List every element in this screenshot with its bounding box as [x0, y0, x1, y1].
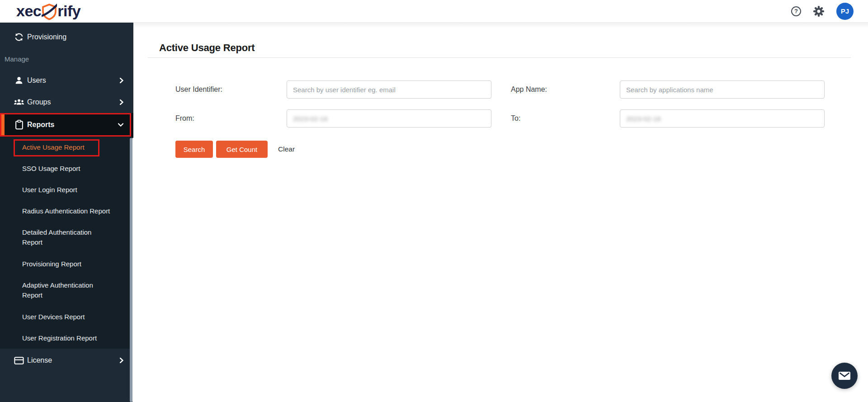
clear-link[interactable]: Clear — [278, 141, 295, 158]
header-actions: ? PJ — [791, 3, 854, 20]
chevron-right-icon — [120, 358, 123, 363]
active-indicator-bar — [1, 114, 5, 135]
sidebar-subitem-sso-usage-report[interactable]: SSO Usage Report — [0, 158, 133, 179]
title-divider — [148, 57, 851, 58]
logo-text-after: rify — [57, 2, 80, 20]
app-name-input[interactable] — [620, 80, 825, 99]
help-icon[interactable]: ? — [791, 6, 801, 16]
sidebar-item-label: Reports — [27, 121, 54, 129]
chevron-right-icon — [120, 78, 123, 83]
sidebar-scrollbar-thumb[interactable] — [130, 138, 132, 402]
to-date-input[interactable]: 2023-02-16 — [620, 109, 825, 128]
to-date-label: To: — [511, 109, 520, 128]
chevron-down-icon — [118, 123, 123, 127]
search-button[interactable]: Search — [175, 141, 213, 158]
to-date-value-blurred: 2023-02-16 — [626, 115, 661, 123]
chevron-right-icon — [120, 99, 123, 105]
sidebar-item-license[interactable]: License — [0, 349, 133, 372]
sidebar-item-reports[interactable]: Reports — [0, 113, 133, 137]
xecurify-logo[interactable]: xec rify — [16, 2, 80, 20]
sidebar-subitem-user-login-report[interactable]: User Login Report — [0, 179, 133, 200]
reports-submenu: Active Usage Report SSO Usage Report Use… — [0, 137, 133, 349]
logo-text-before: xec — [16, 2, 41, 20]
sidebar-item-label: Provisioning — [27, 33, 66, 41]
user-identifier-label: User Identifier: — [175, 80, 222, 99]
sidebar-item-label: Groups — [27, 98, 51, 106]
sidebar-item-label: License — [27, 356, 52, 364]
shield-logo-icon — [42, 3, 57, 20]
envelope-icon — [838, 371, 851, 381]
from-date-value-blurred: 2023-02-16 — [293, 115, 328, 123]
sidebar-subitem-user-devices-report[interactable]: User Devices Report — [0, 306, 133, 327]
sidebar-item-label: Users — [27, 76, 46, 85]
avatar[interactable]: PJ — [836, 3, 854, 20]
sidebar: Provisioning Manage Users Groups — [0, 23, 133, 402]
chat-widget-button[interactable] — [831, 363, 858, 389]
app-name-label: App Name: — [511, 80, 547, 99]
sidebar-subitem-adaptive-authentication-report[interactable]: Adaptive Authentication Report — [0, 274, 133, 306]
license-card-icon — [14, 355, 24, 366]
sidebar-item-groups[interactable]: Groups — [0, 91, 133, 113]
sidebar-subitem-user-registration-report[interactable]: User Registration Report — [0, 327, 133, 349]
page-title: Active Usage Report — [159, 42, 255, 54]
get-count-button[interactable]: Get Count — [216, 141, 268, 158]
user-icon — [14, 75, 24, 86]
clipboard-icon — [14, 119, 24, 130]
sidebar-subitem-radius-authentication-report[interactable]: Radius Authentication Report — [0, 200, 133, 222]
sidebar-subitem-detailed-authentication-report[interactable]: Detailed Authentication Report — [0, 222, 133, 253]
gear-icon[interactable] — [813, 5, 825, 17]
group-icon — [14, 97, 24, 108]
sidebar-section-manage: Manage — [0, 48, 133, 70]
from-date-label: From: — [175, 109, 194, 128]
sidebar-subitem-provisioning-report[interactable]: Provisioning Report — [0, 253, 133, 274]
top-header: xec rify ? PJ — [0, 0, 868, 23]
main-content: Active Usage Report User Identifier: App… — [133, 23, 868, 402]
sync-icon — [14, 32, 24, 43]
sidebar-item-provisioning[interactable]: Provisioning — [0, 26, 133, 48]
user-identifier-input[interactable] — [287, 80, 491, 99]
sidebar-scrollbar-track — [132, 138, 133, 402]
sidebar-item-users[interactable]: Users — [0, 70, 133, 91]
sidebar-subitem-active-usage-report[interactable]: Active Usage Report — [0, 137, 133, 158]
from-date-input[interactable]: 2023-02-16 — [287, 109, 491, 128]
